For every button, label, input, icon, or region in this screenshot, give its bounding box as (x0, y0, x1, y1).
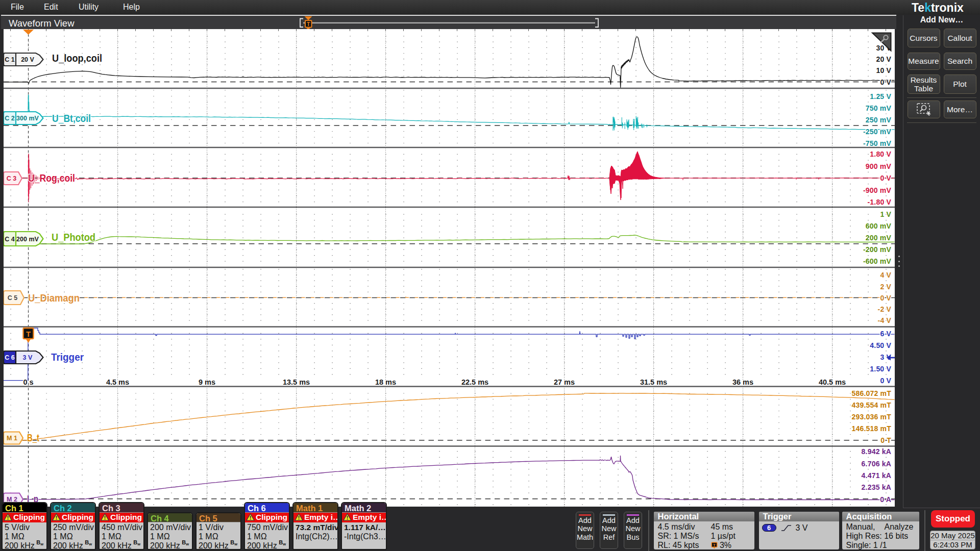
svg-text:0 V: 0 V (880, 78, 891, 86)
svg-text:0 T: 0 T (880, 436, 891, 444)
svg-text:-1.80 V: -1.80 V (867, 198, 891, 206)
svg-text:1 V: 1 V (880, 210, 891, 218)
svg-text:0 V: 0 V (880, 174, 891, 182)
svg-text:200 mV: 200 mV (16, 236, 39, 243)
svg-text:1.80 V: 1.80 V (870, 150, 891, 158)
svg-text:-4 V: -4 V (878, 316, 892, 324)
svg-text:U_Bt,coil: U_Bt,coil (52, 112, 91, 124)
svg-text:-750 mV: -750 mV (863, 139, 892, 147)
svg-text:T: T (307, 21, 310, 27)
svg-text:27 ms: 27 ms (554, 378, 575, 386)
svg-text:36 ms: 36 ms (732, 378, 753, 386)
svg-text:-250 mV: -250 mV (863, 128, 892, 136)
svg-text:-2 V: -2 V (878, 305, 892, 313)
svg-text:-900 mV: -900 mV (863, 186, 892, 194)
svg-text:1.50 V: 1.50 V (870, 365, 891, 373)
svg-text:293.036 mT: 293.036 mT (852, 413, 892, 421)
svg-text:18 ms: 18 ms (375, 378, 396, 386)
svg-text:C 1: C 1 (5, 56, 15, 63)
svg-text:200 mV: 200 mV (866, 234, 892, 242)
svg-text:C 5: C 5 (8, 294, 18, 302)
svg-text:9 ms: 9 ms (199, 378, 215, 386)
svg-text:20 V: 20 V (21, 56, 34, 63)
svg-text:22.5 ms: 22.5 ms (461, 378, 488, 386)
svg-text:6 V: 6 V (880, 330, 891, 338)
svg-text:M 1: M 1 (7, 435, 17, 442)
svg-text:6.706 kA: 6.706 kA (862, 460, 891, 468)
svg-text:0 V: 0 V (880, 377, 891, 385)
svg-text:146.518 mT: 146.518 mT (852, 424, 892, 433)
svg-text:U_Diamagn: U_Diamagn (28, 292, 80, 304)
svg-text:C 4: C 4 (5, 236, 15, 243)
svg-text:31.5 ms: 31.5 ms (640, 378, 667, 386)
svg-text:0 s: 0 s (23, 378, 33, 386)
svg-text:T: T (713, 543, 716, 547)
svg-text:439.554 mT: 439.554 mT (852, 401, 892, 409)
svg-text:3 V: 3 V (23, 354, 33, 361)
svg-text:B_t: B_t (27, 432, 39, 443)
svg-text:C 2: C 2 (5, 115, 15, 122)
svg-text:900 mV: 900 mV (866, 162, 892, 170)
svg-text:-200 mV: -200 mV (863, 245, 892, 254)
svg-text:-600 mV: -600 mV (863, 257, 892, 265)
svg-text:600 mV: 600 mV (866, 222, 892, 230)
svg-text:C 6: C 6 (5, 354, 15, 361)
svg-text:40.5 ms: 40.5 ms (819, 378, 846, 386)
svg-text:T: T (26, 330, 31, 338)
svg-text:C 3: C 3 (7, 175, 17, 182)
svg-text:8.942 kA: 8.942 kA (862, 447, 891, 456)
svg-text:0 A: 0 A (880, 495, 891, 504)
svg-text:U_Photod: U_Photod (52, 231, 95, 243)
svg-text:4.471 kA: 4.471 kA (862, 471, 891, 480)
svg-text:0 V: 0 V (880, 294, 891, 302)
svg-text:1.25 V: 1.25 V (870, 92, 891, 101)
svg-text:4 V: 4 V (880, 271, 891, 279)
svg-text:10 V: 10 V (876, 66, 891, 74)
svg-text:250 mV: 250 mV (866, 116, 892, 124)
svg-text:U_Rog,coil: U_Rog,coil (28, 172, 75, 184)
svg-text:Trigger: Trigger (51, 351, 84, 363)
svg-text:4.5 ms: 4.5 ms (106, 378, 129, 386)
svg-text:750 mV: 750 mV (866, 104, 892, 112)
svg-text:13.5 ms: 13.5 ms (283, 378, 310, 386)
svg-text:4.50 V: 4.50 V (870, 341, 891, 349)
svg-text:U_loop,coil: U_loop,coil (52, 52, 102, 64)
svg-text:300 mV: 300 mV (16, 115, 39, 122)
svg-text:2 V: 2 V (880, 283, 891, 291)
svg-text:586.072 mT: 586.072 mT (852, 389, 892, 397)
svg-text:20 V: 20 V (876, 55, 891, 63)
svg-text:2.235 kA: 2.235 kA (862, 483, 891, 491)
